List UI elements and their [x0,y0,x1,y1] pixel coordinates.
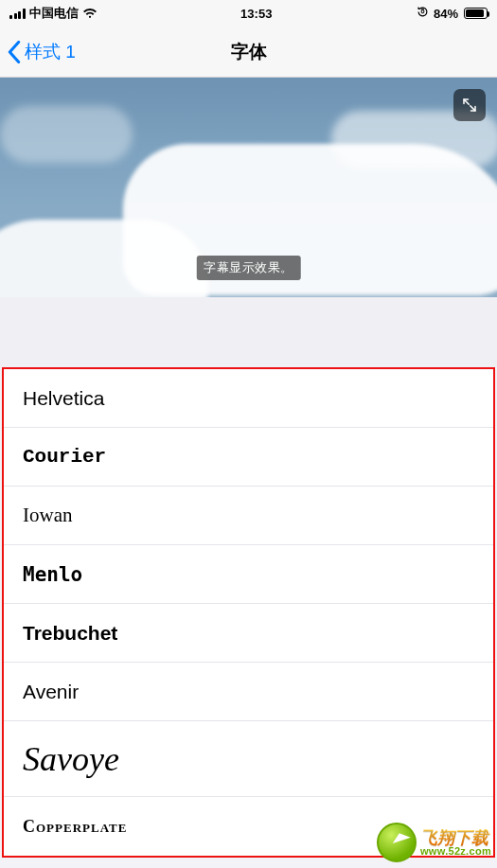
status-bar: 中国电信 13:53 84% [0,0,497,27]
font-label: Copperplate [23,817,127,837]
status-time: 13:53 [240,7,272,21]
font-label: Iowan [23,504,72,527]
font-item-menlo[interactable]: Menlo [4,545,493,604]
font-item-avenir[interactable]: Avenir [4,663,493,721]
font-label: Trebuchet [23,622,117,645]
font-label: Menlo [23,563,82,586]
subtitle-caption: 字幕显示效果。 [196,256,301,280]
carrier-label: 中国电信 [29,5,79,22]
subtitle-preview: 字幕显示效果。 [0,78,497,297]
status-right: 84% [416,5,488,22]
back-label: 样式 1 [25,40,76,64]
font-item-trebuchet[interactable]: Trebuchet [4,604,493,663]
font-item-helvetica[interactable]: Helvetica [4,369,493,428]
font-item-savoye[interactable]: Savoye [4,721,493,797]
chevron-left-icon [8,41,21,63]
font-label: Courier [23,446,106,468]
wifi-icon [82,8,98,19]
font-list: HelveticaCourierIowanMenloTrebuchetAveni… [2,367,495,858]
back-button[interactable]: 样式 1 [0,40,83,64]
section-gap [0,297,497,367]
font-item-iowan[interactable]: Iowan [4,487,493,545]
status-left: 中国电信 [9,5,98,22]
battery-icon [462,8,488,19]
expand-icon [461,97,478,114]
nav-bar: 样式 1 字体 [0,27,497,78]
svg-rect-0 [421,10,424,13]
cellular-signal-icon [9,9,26,19]
battery-percent: 84% [434,7,458,21]
expand-button[interactable] [453,89,486,121]
font-item-courier[interactable]: Courier [4,428,493,487]
font-item-copperplate[interactable]: Copperplate [4,797,493,856]
font-label: Avenir [23,681,79,703]
rotation-lock-icon [416,5,430,22]
font-label: Helvetica [23,387,104,410]
font-label: Savoye [23,739,119,779]
